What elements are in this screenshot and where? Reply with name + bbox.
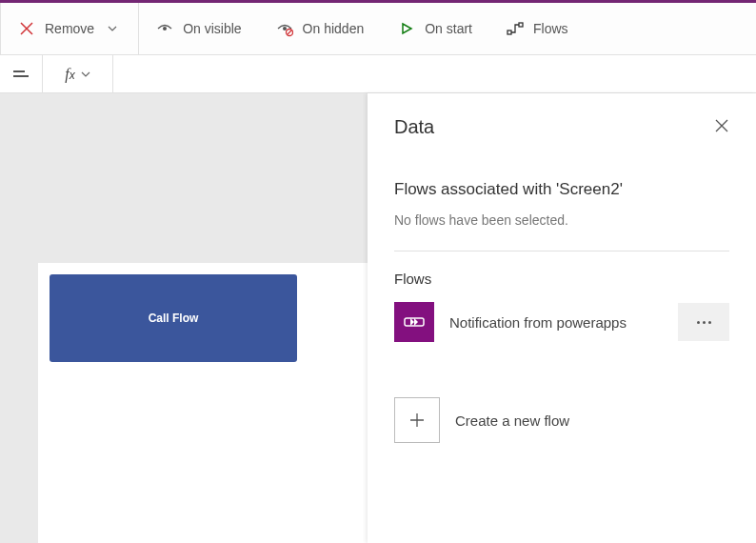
more-icon xyxy=(697,321,700,324)
call-flow-button[interactable]: Call Flow xyxy=(50,274,297,362)
flow-item-name: Notification from powerapps xyxy=(449,314,663,331)
chevron-down-icon xyxy=(81,70,90,79)
flow-icon xyxy=(507,20,524,37)
svg-point-0 xyxy=(163,27,167,30)
ribbon-toolbar: Remove On visible On hidden On start Flo… xyxy=(0,0,756,55)
flows-button[interactable]: Flows xyxy=(489,3,586,54)
on-start-label: On start xyxy=(425,21,472,36)
flow-item[interactable]: Notification from powerapps xyxy=(394,302,729,342)
plus-icon xyxy=(394,397,440,443)
close-icon xyxy=(714,118,729,133)
canvas-area: Call Flow Data Flows associated with 'Sc… xyxy=(0,93,756,543)
associated-flows-empty: No flows have been selected. xyxy=(394,212,729,228)
chevron-down-icon xyxy=(104,20,121,37)
data-panel: Data Flows associated with 'Screen2' No … xyxy=(368,93,756,543)
panel-divider xyxy=(394,251,729,251)
remove-button[interactable]: Remove xyxy=(1,3,138,54)
hamburger-icon xyxy=(13,70,29,77)
screen-surface[interactable]: Call Flow xyxy=(38,263,368,543)
powerautomate-icon xyxy=(394,302,434,342)
remove-label: Remove xyxy=(45,21,94,36)
on-hidden-label: On hidden xyxy=(303,21,365,36)
remove-icon xyxy=(18,20,35,37)
on-visible-button[interactable]: On visible xyxy=(139,3,258,54)
close-button[interactable] xyxy=(714,118,729,137)
svg-point-1 xyxy=(283,27,287,30)
flows-heading: Flows xyxy=(394,271,729,287)
associated-flows-heading: Flows associated with 'Screen2' xyxy=(394,180,729,199)
formula-bar: fx xyxy=(0,55,756,93)
svg-rect-4 xyxy=(519,23,523,27)
create-flow-button[interactable]: Create a new flow xyxy=(394,397,729,443)
panel-title: Data xyxy=(394,116,434,138)
fx-icon: fx xyxy=(65,66,74,83)
more-icon xyxy=(708,321,711,324)
call-flow-label: Call Flow xyxy=(149,312,199,325)
property-selector[interactable] xyxy=(0,55,43,92)
more-icon xyxy=(703,321,706,324)
on-hidden-button[interactable]: On hidden xyxy=(259,3,382,54)
create-flow-label: Create a new flow xyxy=(455,412,569,429)
panel-header: Data xyxy=(394,116,729,138)
on-visible-label: On visible xyxy=(183,21,241,36)
formula-input[interactable] xyxy=(113,55,756,92)
play-icon xyxy=(398,20,415,37)
eye-off-icon xyxy=(276,20,293,37)
flow-item-more-button[interactable] xyxy=(678,303,729,341)
flows-label: Flows xyxy=(533,21,568,36)
svg-rect-3 xyxy=(507,30,511,34)
fx-button[interactable]: fx xyxy=(43,55,113,92)
on-start-button[interactable]: On start xyxy=(381,3,489,54)
eye-icon xyxy=(156,20,173,37)
